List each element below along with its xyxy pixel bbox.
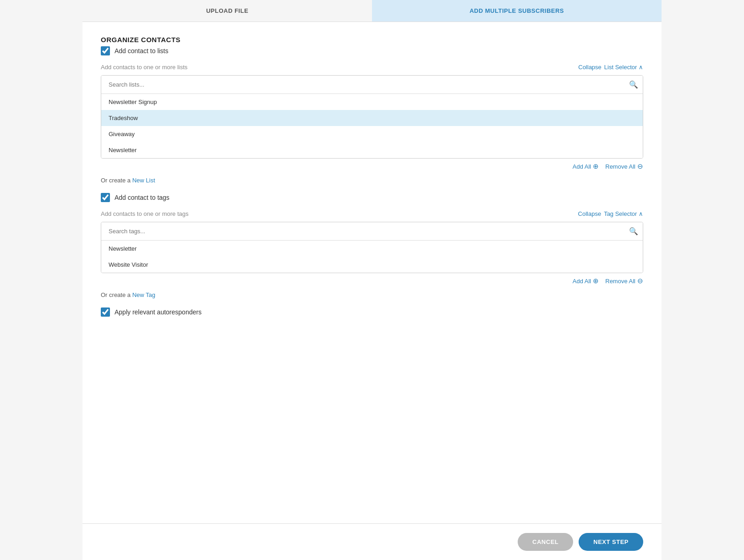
add-to-tags-checkbox[interactable]: [101, 193, 110, 202]
add-all-icon: ⊕: [593, 162, 599, 170]
autoresponder-row: Apply relevant autoresponders: [101, 307, 643, 317]
next-step-button[interactable]: NEXT STEP: [579, 533, 643, 551]
add-to-lists-row: Add contact to lists: [101, 46, 643, 55]
list-add-all-link[interactable]: Add All ⊕: [573, 162, 599, 170]
tag-item[interactable]: Website Visitor: [101, 257, 643, 273]
tag-remove-all-icon: ⊖: [637, 277, 643, 285]
list-selector-link[interactable]: List Selector ∧: [604, 64, 643, 71]
list-remove-all-link[interactable]: Remove All ⊖: [605, 162, 643, 170]
list-item[interactable]: Giveaway: [101, 126, 643, 142]
tab-upload-file[interactable]: UPLOAD FILE: [82, 0, 372, 22]
tag-add-all-link[interactable]: Add All ⊕: [573, 277, 599, 285]
list-item[interactable]: Tradeshow: [101, 110, 643, 126]
tag-collapse-link[interactable]: Collapse: [578, 210, 602, 217]
tag-search-row: 🔍: [101, 222, 643, 241]
list-items-container: Newsletter Signup Tradeshow Giveaway New…: [101, 94, 643, 158]
list-hint: Add contacts to one or more lists: [101, 64, 187, 71]
new-tag-link[interactable]: New Tag: [132, 291, 155, 298]
tab-bar: UPLOAD FILE ADD MULTIPLE SUBSCRIBERS: [82, 0, 662, 22]
tab-add-multiple[interactable]: ADD MULTIPLE SUBSCRIBERS: [372, 0, 662, 22]
footer: CANCEL NEXT STEP: [82, 523, 662, 560]
list-collapse-link[interactable]: Collapse: [578, 64, 602, 71]
tag-items-container: Newsletter Website Visitor: [101, 241, 643, 273]
tag-action-row: Add All ⊕ Remove All ⊖: [101, 277, 643, 285]
list-search-input[interactable]: [106, 76, 629, 93]
tag-selector-box: 🔍 Newsletter Website Visitor: [101, 222, 643, 273]
remove-all-icon: ⊖: [637, 162, 643, 170]
tag-add-all-label: Add All: [573, 278, 591, 285]
list-create-text: Or create a: [101, 177, 132, 184]
list-search-row: 🔍: [101, 76, 643, 94]
list-item[interactable]: Newsletter: [101, 142, 643, 158]
list-collapse-row: Add contacts to one or more lists Collap…: [101, 64, 643, 71]
list-add-all-label: Add All: [573, 163, 591, 170]
page-wrapper: UPLOAD FILE ADD MULTIPLE SUBSCRIBERS ORG…: [82, 0, 662, 560]
tag-selector-link[interactable]: Tag Selector ∧: [604, 210, 643, 217]
list-search-icon: 🔍: [629, 80, 638, 89]
list-action-row: Add All ⊕ Remove All ⊖: [101, 162, 643, 170]
add-to-tags-label: Add contact to tags: [115, 194, 170, 201]
tag-create-row: Or create a New Tag: [101, 291, 643, 298]
tag-hint: Add contacts to one or more tags: [101, 210, 189, 217]
autoresponder-checkbox[interactable]: [101, 307, 110, 317]
tag-remove-all-link[interactable]: Remove All ⊖: [605, 277, 643, 285]
add-to-tags-row: Add contact to tags: [101, 193, 643, 202]
main-content: ORGANIZE CONTACTS Add contact to lists A…: [82, 22, 662, 523]
tag-remove-all-label: Remove All: [605, 278, 635, 285]
add-to-lists-checkbox[interactable]: [101, 46, 110, 55]
tag-search-icon: 🔍: [629, 227, 638, 236]
list-collapse-controls: Collapse List Selector ∧: [578, 64, 643, 71]
list-selector-box: 🔍 Newsletter Signup Tradeshow Giveaway N…: [101, 75, 643, 159]
add-to-lists-label: Add contact to lists: [115, 47, 169, 55]
new-list-link[interactable]: New List: [132, 177, 155, 184]
tag-collapse-controls: Collapse Tag Selector ∧: [578, 210, 643, 217]
tag-search-input[interactable]: [106, 222, 629, 240]
list-create-row: Or create a New List: [101, 177, 643, 184]
autoresponder-label: Apply relevant autoresponders: [115, 308, 202, 316]
tag-item[interactable]: Newsletter: [101, 241, 643, 257]
section-title: ORGANIZE CONTACTS: [101, 36, 643, 44]
cancel-button[interactable]: CANCEL: [518, 533, 573, 551]
tag-collapse-row: Add contacts to one or more tags Collaps…: [101, 210, 643, 217]
list-item[interactable]: Newsletter Signup: [101, 94, 643, 110]
tag-add-all-icon: ⊕: [593, 277, 599, 285]
tag-create-text: Or create a: [101, 291, 132, 298]
list-remove-all-label: Remove All: [605, 163, 635, 170]
